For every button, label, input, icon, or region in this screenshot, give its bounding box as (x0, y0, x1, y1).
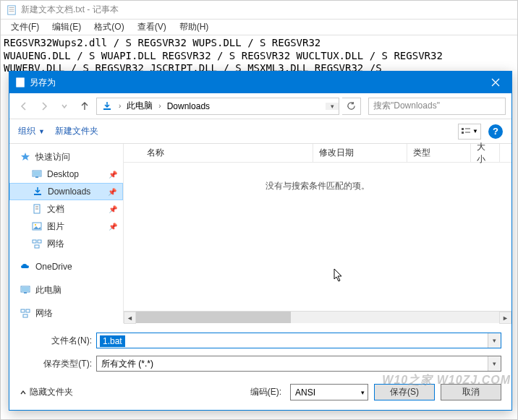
search-input[interactable]: 搜索"Downloads" (368, 98, 506, 115)
column-size[interactable]: 大小 (471, 144, 500, 162)
refresh-button[interactable] (342, 98, 361, 115)
filetype-select[interactable]: 所有文件 (*.*) (97, 356, 488, 371)
breadcrumb-chevron-icon[interactable]: › (117, 102, 122, 110)
network-icon (20, 307, 31, 319)
horizontal-scrollbar[interactable]: ◄ ► (124, 311, 511, 323)
breadcrumb-dropdown[interactable]: ▾ (326, 103, 339, 110)
column-type[interactable]: 类型 (407, 144, 471, 162)
svg-rect-23 (35, 245, 39, 248)
organize-button[interactable]: 组织 ▼ (18, 125, 45, 137)
filename-input[interactable]: 1.bat (100, 335, 125, 347)
encoding-select[interactable]: ANSI ▾ (290, 384, 368, 400)
scroll-right-button[interactable]: ► (499, 312, 511, 324)
dialog-toolbar: 组织 ▼ 新建文件夹 ▼ ? (9, 119, 511, 144)
arrow-right-icon (39, 101, 49, 111)
pin-icon: 📌 (109, 223, 117, 231)
close-button[interactable] (480, 72, 511, 93)
scroll-left-button[interactable]: ◄ (124, 312, 136, 324)
view-options-button[interactable]: ▼ (458, 124, 481, 140)
filetype-dropdown[interactable]: ▾ (488, 356, 501, 371)
search-placeholder: 搜索"Downloads" (373, 100, 440, 112)
dialog-form: 文件名(N): 1.bat ▾ 保存类型(T): 所有文件 (*.*) ▾ (9, 323, 511, 374)
tree-desktop[interactable]: Desktop 📌 (9, 166, 123, 183)
downloads-icon (32, 186, 43, 197)
svg-rect-7 (103, 108, 111, 110)
menu-edit[interactable]: 编辑(E) (46, 20, 87, 35)
network-icon (31, 238, 43, 249)
tree-documents[interactable]: 文档 📌 (9, 200, 123, 218)
filename-dropdown[interactable]: ▾ (488, 333, 501, 348)
nav-up-button[interactable] (76, 98, 93, 115)
nav-back-button[interactable] (15, 98, 33, 115)
column-name[interactable]: 名称 (141, 144, 313, 162)
tree-pictures[interactable]: 图片 📌 (9, 218, 123, 235)
cursor-icon (334, 268, 345, 286)
dialog-title: 另存为 (30, 77, 56, 89)
tree-quick-access[interactable]: 快速访问 (9, 148, 123, 166)
star-icon (20, 151, 31, 163)
help-button[interactable]: ? (488, 124, 503, 139)
tree-network-sub[interactable]: 网络 (9, 235, 123, 252)
svg-rect-13 (33, 171, 41, 176)
menu-file[interactable]: 文件(F) (5, 20, 45, 35)
svg-rect-22 (38, 240, 41, 243)
dialog-navbar: › 此电脑 › Downloads ▾ 搜索"Downloads" (9, 93, 511, 119)
filename-label: 文件名(N): (20, 335, 96, 347)
notepad-menubar: 文件(F) 编辑(E) 格式(O) 查看(V) 帮助(H) (1, 20, 517, 35)
dialog-body: 快速访问 Desktop 📌 Downloads 📌 文档 📌 图片 📌 (9, 144, 511, 323)
tree-downloads[interactable]: Downloads 📌 (9, 183, 123, 200)
svg-rect-8 (462, 128, 464, 130)
document-icon (31, 203, 43, 215)
breadcrumb-bar[interactable]: › 此电脑 › Downloads ▾ (96, 98, 339, 115)
column-date[interactable]: 修改日期 (313, 144, 407, 162)
nav-forward-button[interactable] (35, 98, 53, 115)
filename-input-wrap: 1.bat ▾ (96, 333, 501, 348)
svg-rect-28 (26, 309, 30, 312)
desktop-icon (31, 168, 43, 180)
save-as-dialog: 另存为 › 此电脑 › Downloads ▾ (9, 71, 512, 411)
hide-folders-toggle[interactable]: 隐藏文件夹 (20, 386, 73, 398)
file-list-panel: 名称 修改日期 类型 大小 没有与搜索条件匹配的项。 ◄ ► (124, 144, 511, 323)
watermark: W10之家 W10ZJ.COM (382, 373, 511, 388)
new-folder-button[interactable]: 新建文件夹 (55, 125, 98, 137)
arrow-up-icon (80, 101, 90, 111)
svg-rect-0 (8, 5, 16, 14)
filetype-label: 保存类型(T): (20, 358, 96, 370)
svg-rect-25 (22, 287, 29, 291)
chevron-down-icon (61, 103, 68, 110)
scrollbar-thumb[interactable] (136, 312, 291, 323)
svg-point-20 (35, 224, 36, 226)
svg-rect-27 (21, 309, 25, 312)
svg-rect-21 (33, 240, 36, 243)
menu-format[interactable]: 格式(O) (88, 20, 130, 35)
filetype-select-wrap: 所有文件 (*.*) ▾ (96, 356, 501, 372)
nav-recent-button[interactable] (56, 98, 73, 115)
breadcrumb-folder[interactable]: Downloads (163, 98, 214, 114)
notepad-title: 新建文本文档.txt - 记事本 (21, 4, 119, 16)
notepad-icon (7, 5, 17, 15)
svg-rect-4 (17, 78, 25, 87)
arrow-left-icon (19, 101, 29, 111)
breadcrumb-root[interactable]: 此电脑 (122, 98, 157, 114)
pin-icon: 📌 (109, 205, 117, 213)
svg-rect-29 (23, 314, 27, 317)
tree-this-pc[interactable]: 此电脑 (9, 281, 123, 299)
downloads-folder-icon (101, 100, 113, 112)
empty-message: 没有与搜索条件匹配的项。 (124, 163, 511, 192)
dialog-titlebar: 另存为 (9, 72, 511, 93)
view-icon (461, 127, 471, 136)
tree-network[interactable]: 网络 (9, 304, 123, 322)
breadcrumb-chevron-icon[interactable]: › (157, 102, 162, 110)
pin-icon: 📌 (108, 188, 116, 196)
file-list-header: 名称 修改日期 类型 大小 (124, 144, 511, 163)
navigation-tree: 快速访问 Desktop 📌 Downloads 📌 文档 📌 图片 📌 (9, 144, 124, 323)
menu-view[interactable]: 查看(V) (132, 20, 172, 35)
close-icon (491, 78, 500, 87)
encoding-label: 编码(E): (250, 386, 281, 398)
refresh-icon (347, 101, 356, 111)
menu-help[interactable]: 帮助(H) (174, 20, 215, 35)
tree-onedrive[interactable]: OneDrive (9, 258, 123, 275)
notepad-titlebar: 新建文本文档.txt - 记事本 (1, 1, 517, 20)
dialog-icon (15, 77, 25, 87)
pictures-icon (31, 220, 43, 232)
